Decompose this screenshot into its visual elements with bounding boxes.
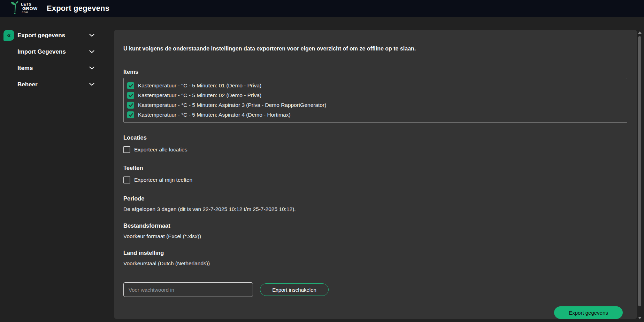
sidebar-row: Import Gegevens: [0, 44, 114, 60]
chevron-down-icon: [89, 83, 94, 86]
scrollbar-thumb[interactable]: [638, 36, 641, 306]
sidebar-item-label: Items: [17, 65, 33, 72]
intro-text: U kunt volgens de onderstaande instellin…: [123, 45, 637, 52]
sprout-icon: [10, 1, 20, 16]
logo-wordmark: LETS GROW .COM: [21, 2, 38, 14]
app-root: LETS GROW .COM Export gegevens « Export …: [0, 0, 644, 322]
sidebar: « Export gegevens Import Gegevens Items …: [0, 17, 114, 93]
teelten-section-title: Teelten: [123, 164, 637, 171]
items-section-title: Items: [123, 68, 637, 75]
bestandsformaat-section-title: Bestandsformaat: [123, 222, 637, 229]
sidebar-row: Items: [0, 60, 114, 76]
export-enable-button[interactable]: Export inschakelen: [260, 283, 329, 296]
main-panel: U kunt volgens de onderstaande instellin…: [114, 30, 637, 319]
export-submit-button[interactable]: Export gegevens: [554, 306, 623, 319]
items-list-box: Kastemperatuur - °C - 5 Minuten: 01 (Dem…: [123, 78, 627, 123]
logo-line-com: .COM: [21, 11, 38, 14]
sidebar-collapse-button[interactable]: «: [3, 30, 14, 41]
item-checkbox-row[interactable]: Kastemperatuur - °C - 5 Minuten: 01 (Dem…: [124, 81, 627, 91]
checkbox-checked-icon: [127, 102, 134, 109]
checkbox-unchecked-icon: [123, 146, 130, 153]
chevron-down-icon: [89, 34, 94, 37]
checkbox-label: Exporteer al mijn teelten: [134, 177, 192, 183]
checkbox-unchecked-icon: [123, 176, 130, 183]
sidebar-item-beheer[interactable]: Beheer: [17, 81, 114, 88]
chevron-down-icon: [89, 50, 94, 53]
sidebar-item-label: Import Gegevens: [17, 48, 66, 55]
export-all-crops-checkbox-row[interactable]: Exporteer al mijn teelten: [123, 176, 637, 184]
item-label: Kastemperatuur - °C - 5 Minuten: 01 (Dem…: [138, 83, 261, 89]
checkbox-checked-icon: [127, 111, 134, 118]
item-label: Kastemperatuur - °C - 5 Minuten: Aspirat…: [138, 102, 326, 108]
password-action-row: Export inschakelen: [123, 282, 637, 297]
sidebar-item-import-gegevens[interactable]: Import Gegevens: [17, 48, 114, 55]
vertical-scrollbar[interactable]: [638, 30, 642, 322]
item-checkbox-row[interactable]: Kastemperatuur - °C - 5 Minuten: 02 (Dem…: [124, 91, 627, 100]
item-label: Kastemperatuur - °C - 5 Minuten: Aspirat…: [138, 112, 291, 118]
sidebar-item-export-gegevens[interactable]: Export gegevens: [17, 32, 114, 39]
sidebar-row: Beheer: [0, 76, 114, 93]
sidebar-item-items[interactable]: Items: [17, 65, 114, 72]
checkbox-checked-icon: [127, 82, 134, 89]
letsgrow-logo[interactable]: LETS GROW .COM: [10, 1, 38, 16]
top-header: LETS GROW .COM Export gegevens: [0, 0, 644, 17]
scroll-down-arrow-icon[interactable]: [638, 317, 642, 319]
scroll-up-arrow-icon[interactable]: [638, 31, 642, 34]
checkbox-label: Exporteer alle locaties: [134, 147, 187, 153]
bestandsformaat-value: Voorkeur formaat (Excel (*.xlsx)): [123, 233, 637, 240]
chevron-down-icon: [89, 66, 94, 70]
password-input[interactable]: [123, 282, 253, 297]
logo-line-grow: GROW: [22, 6, 38, 11]
land-instelling-section-title: Land instelling: [123, 249, 637, 256]
item-label: Kastemperatuur - °C - 5 Minuten: 02 (Dem…: [138, 92, 261, 99]
export-all-locations-checkbox-row[interactable]: Exporteer alle locaties: [123, 146, 637, 154]
sidebar-row: « Export gegevens: [0, 27, 114, 44]
sidebar-item-label: Export gegevens: [17, 32, 65, 39]
item-checkbox-row[interactable]: Kastemperatuur - °C - 5 Minuten: Aspirat…: [124, 110, 627, 120]
page-title: Export gegevens: [47, 4, 109, 13]
periode-section-title: Periode: [123, 195, 637, 202]
sidebar-item-label: Beheer: [17, 81, 38, 88]
item-checkbox-row[interactable]: Kastemperatuur - °C - 5 Minuten: Aspirat…: [124, 100, 627, 110]
land-instelling-value: Voorkeurstaal (Dutch (Netherlands)): [123, 260, 637, 267]
double-chevron-left-icon: «: [7, 32, 11, 38]
locaties-section-title: Locaties: [123, 134, 637, 141]
periode-value: De afgelopen 3 dagen (dit is van 22-7-20…: [123, 206, 637, 213]
checkbox-checked-icon: [127, 92, 134, 99]
